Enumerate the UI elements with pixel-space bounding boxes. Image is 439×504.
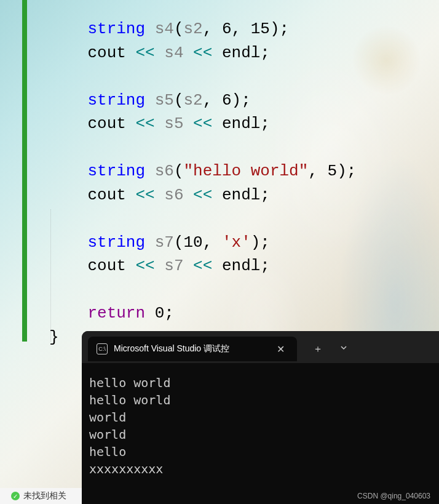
tab-dropdown-button[interactable] <box>331 338 356 359</box>
status-ok-icon: ✓ <box>11 492 20 500</box>
variable: s5 <box>155 91 174 110</box>
closing-brace: } <box>49 328 59 346</box>
output-line: hello world <box>89 375 170 390</box>
output-line: xxxxxxxxxx <box>89 462 163 476</box>
chevron-down-icon <box>340 344 347 351</box>
type-keyword: string <box>87 91 145 110</box>
output-line: hello world <box>89 393 170 407</box>
variable: s4 <box>155 20 174 38</box>
close-icon[interactable]: ✕ <box>273 342 288 356</box>
watermark: CSDN @qing_040603 <box>357 492 430 500</box>
console-icon: C:\ <box>97 343 108 354</box>
terminal-tab-bar: C:\ Microsoft Visual Studio 调试控 ✕ ＋ <box>82 331 439 363</box>
output-line: world <box>89 427 126 442</box>
new-tab-button[interactable]: ＋ <box>304 338 331 361</box>
status-bar: ✓ 未找到相关 <box>0 488 83 504</box>
code-content[interactable]: string s4(s2, 6, 15); cout << s4 << endl… <box>49 17 356 349</box>
terminal-tab-active[interactable]: C:\ Microsoft Visual Studio 调试控 ✕ <box>88 337 297 361</box>
output-line: world <box>89 410 126 425</box>
change-gutter <box>22 0 27 342</box>
variable: s6 <box>155 162 174 180</box>
return-keyword: return <box>87 304 145 322</box>
terminal-window: C:\ Microsoft Visual Studio 调试控 ✕ ＋ hell… <box>82 331 439 504</box>
type-keyword: string <box>87 162 145 180</box>
type-keyword: string <box>87 233 145 252</box>
type-keyword: string <box>87 20 145 38</box>
terminal-tab-title: Microsoft Visual Studio 调试控 <box>114 343 267 354</box>
terminal-tab-actions: ＋ <box>304 338 356 361</box>
variable: s7 <box>155 233 174 252</box>
output-line: hello <box>89 444 126 459</box>
terminal-output[interactable]: hello world hello world world world hell… <box>82 363 439 489</box>
status-text: 未找到相关 <box>23 490 66 502</box>
